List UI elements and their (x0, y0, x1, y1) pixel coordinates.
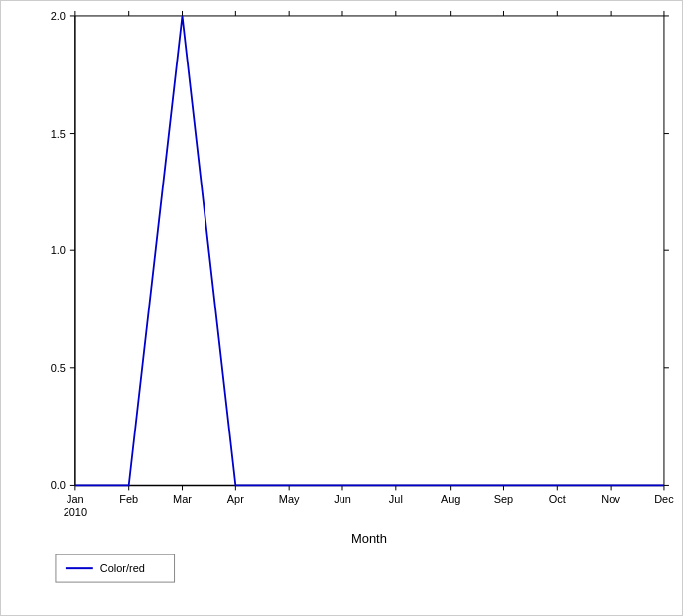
chart-container: 0.0 0.5 1.0 1.5 2.0 Jan 2010 Feb Mar (0, 0, 683, 616)
x-tick-mar: Mar (173, 493, 192, 505)
x-tick-dec: Dec (654, 493, 674, 505)
x-tick-oct: Oct (549, 493, 566, 505)
x-tick-apr: Apr (227, 493, 244, 505)
x-tick-may: May (279, 493, 300, 505)
x-tick-sep: Sep (494, 493, 514, 505)
x-tick-feb: Feb (119, 493, 138, 505)
x-tick-jul: Jul (389, 493, 403, 505)
y-tick-05: 0.5 (51, 362, 66, 374)
x-tick-nov: Nov (601, 493, 620, 505)
y-tick-15: 1.5 (51, 128, 66, 140)
x-tick-jan-year: 2010 (64, 506, 87, 518)
chart-svg: 0.0 0.5 1.0 1.5 2.0 Jan 2010 Feb Mar (1, 1, 682, 615)
y-tick-20: 2.0 (51, 10, 66, 22)
x-tick-jun: Jun (334, 493, 351, 505)
y-tick-0: 0.0 (51, 479, 66, 491)
x-tick-jan: Jan (67, 493, 84, 505)
legend-label: Color/red (100, 562, 145, 574)
y-tick-10: 1.0 (51, 244, 66, 256)
x-axis-label: Month (351, 531, 387, 546)
x-tick-aug: Aug (441, 493, 461, 505)
data-line (75, 16, 664, 485)
